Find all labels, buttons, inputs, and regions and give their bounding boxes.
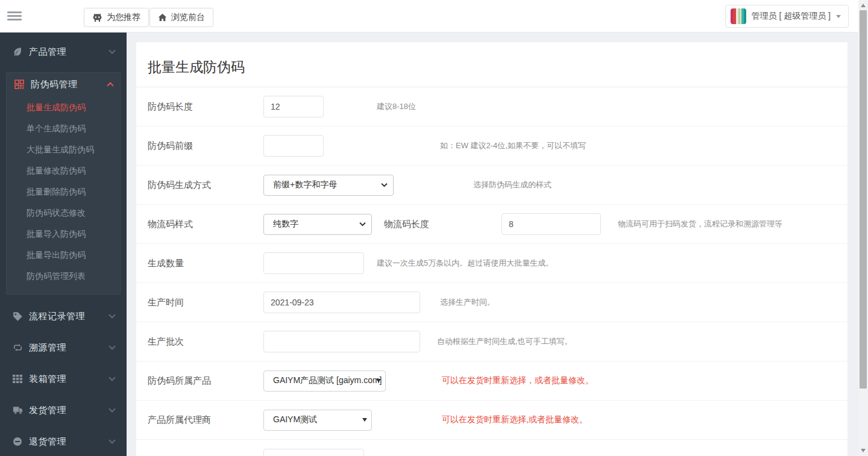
selected-option: GAIYM测试 <box>273 414 317 425</box>
field-label: 生产时间 <box>148 297 263 308</box>
form-row-quantity: 生成数量 建议一次生成5万条以内。超过请使用大批量生成。 <box>136 244 848 283</box>
page-title: 批量生成防伪码 <box>148 58 836 77</box>
submenu-item-status-modify[interactable]: 防伪码状态修改 <box>7 202 120 223</box>
form-row-code-prefix: 防伪码前缀 如：EW 建议2-4位,如果不要，可以不填写 <box>136 126 848 166</box>
field-label: 产品所属代理商 <box>148 414 263 426</box>
form-card: 批量生成防伪码 防伪码长度 建议8-18位 防伪码前缀 如：EW 建议2-4位,… <box>136 42 848 456</box>
chevron-down-icon <box>108 374 115 381</box>
chevron-down-icon <box>108 405 115 412</box>
chevron-down-icon <box>108 311 115 318</box>
production-date-input[interactable] <box>263 292 420 313</box>
form-row-logistics-code: 物流码样式 纯数字 物流码长度 物流码可用于扫码发货，流程记录和溯源管理等 <box>136 205 848 244</box>
card-header: 批量生成防伪码 <box>136 42 848 87</box>
truck-icon <box>12 406 23 414</box>
chevron-up-icon <box>107 82 113 89</box>
chevron-down-icon <box>359 222 366 226</box>
code-prefix-input[interactable] <box>263 135 324 157</box>
sidebar-item-anticounterfeit[interactable]: 防伪码管理 <box>7 73 120 96</box>
sidebar-item-products[interactable]: 产品管理 <box>0 36 127 67</box>
sidebar-item-label: 装箱管理 <box>29 373 110 385</box>
sidebar-item-returns[interactable]: 退货管理 <box>0 426 127 456</box>
field-hint: 如：EW 建议2-4位,如果不要，可以不填写 <box>440 140 586 151</box>
field-hint: 可以在发货时重新选择，或者批量修改。 <box>442 375 594 386</box>
logistics-length-input[interactable] <box>502 213 601 235</box>
submenu-item-single-generate[interactable]: 单个生成防伪码 <box>7 118 120 139</box>
sidebar-item-packing[interactable]: 装箱管理 <box>0 363 127 395</box>
field-hint: 可以在发货时重新选择,或者批量修改。 <box>442 414 588 425</box>
submenu-item-batch-generate[interactable]: 批量生成防伪码 <box>7 97 120 118</box>
scroll-down-arrow-icon[interactable] <box>861 449 866 452</box>
browse-frontend-button[interactable]: 浏览前台 <box>149 8 213 27</box>
selected-option: 前缀+数字和字母 <box>273 180 337 190</box>
scrollbar-thumb[interactable] <box>860 10 867 389</box>
submenu-item-large-batch-generate[interactable]: 大批量生成防伪码 <box>7 139 120 160</box>
field-hint: 建议一次生成5万条以内。超过请使用大批量生成。 <box>377 258 553 269</box>
sidebar-item-traceability[interactable]: 溯源管理 <box>0 332 127 363</box>
octocat-icon <box>92 13 102 22</box>
field-hint: 选择生产时间。 <box>440 297 495 308</box>
top-header: 为您推荐 浏览前台 管理员 [ 超级管理员 ] <box>0 0 868 33</box>
form-row-production-date: 生产时间 选择生产时间。 <box>136 283 848 322</box>
field-hint: 建议8-18位 <box>377 101 416 112</box>
field-label: 防伪码所属产品 <box>148 375 263 387</box>
scroll-up-arrow-icon[interactable] <box>861 4 866 7</box>
field-label: 防伪码前缀 <box>148 140 263 152</box>
code-length-input[interactable] <box>263 96 324 117</box>
field-label: 物流码样式 <box>148 219 263 230</box>
frontend-label: 浏览前台 <box>171 12 205 23</box>
avatar <box>731 8 746 24</box>
field-label: 生成数量 <box>148 258 263 269</box>
chevron-down-icon <box>108 343 115 349</box>
chevron-down-icon <box>381 183 388 187</box>
agent-select[interactable]: GAIYM测试 <box>263 410 372 431</box>
admin-user-menu[interactable]: 管理员 [ 超级管理员 ] <box>725 5 849 28</box>
field-label: 生产批次 <box>148 336 263 348</box>
field-hint: 自动根据生产时间生成,也可手工填写。 <box>437 336 573 347</box>
tag-icon <box>12 311 23 321</box>
generation-style-select[interactable]: 前缀+数字和字母 <box>263 175 394 196</box>
sidebar-item-label: 流程记录管理 <box>29 311 110 322</box>
dropdown-caret-icon <box>376 379 381 383</box>
submenu-item-batch-export[interactable]: 批量导出防伪码 <box>7 245 120 266</box>
submenu-item-batch-delete[interactable]: 批量删除防伪码 <box>7 181 120 202</box>
home-icon <box>158 13 167 22</box>
field-label: 防伪码生成方式 <box>148 180 263 191</box>
sidebar-item-label: 发货管理 <box>29 405 110 416</box>
dropdown-caret-icon <box>362 418 367 422</box>
main-content: 批量生成防伪码 防伪码长度 建议8-18位 防伪码前缀 如：EW 建议2-4位,… <box>127 33 858 456</box>
leaf-icon <box>12 47 23 57</box>
recommend-button[interactable]: 为您推荐 <box>84 8 149 27</box>
selected-option: 纯数字 <box>273 219 298 230</box>
sidebar-item-label: 溯源管理 <box>29 342 110 354</box>
sidebar-group-anticounterfeit: 防伪码管理 批量生成防伪码 单个生成防伪码 大批量生成防伪码 批量修改防伪码 批… <box>6 72 121 295</box>
chevron-down-icon <box>108 47 115 54</box>
sidebar-item-label: 退货管理 <box>29 436 110 448</box>
menu-toggle-icon[interactable] <box>7 11 22 21</box>
form-row-code-length: 防伪码长度 建议8-18位 <box>136 87 848 126</box>
form-row-agent: 产品所属代理商 GAIYM测试 可以在发货时重新选择,或者批量修改。 <box>136 401 848 440</box>
chevron-down-icon <box>836 15 841 18</box>
sidebar-item-process-records[interactable]: 流程记录管理 <box>0 301 127 332</box>
field-label: 物流码长度 <box>384 219 502 230</box>
form-row-partial <box>136 440 848 456</box>
sidebar-item-shipping[interactable]: 发货管理 <box>0 395 127 426</box>
qrcode-icon <box>14 80 25 89</box>
retweet-icon <box>12 343 23 352</box>
production-batch-input[interactable] <box>263 331 420 352</box>
product-select[interactable]: GAIYM产品测试 [gaiym.com] <box>263 370 386 392</box>
field-hint: 选择防伪码生成的样式 <box>473 180 552 190</box>
partial-input[interactable] <box>263 449 364 456</box>
submenu-item-manage-list[interactable]: 防伪码管理列表 <box>7 266 120 287</box>
quantity-input[interactable] <box>263 252 364 274</box>
grid-icon <box>12 375 23 383</box>
sidebar-item-label: 防伪码管理 <box>31 79 108 90</box>
submenu-item-batch-modify[interactable]: 批量修改防伪码 <box>7 160 120 181</box>
sidebar: 产品管理 防伪码管理 批量生成防伪码 单个生成防伪码 大批量生成防 <box>0 33 127 456</box>
sidebar-item-label: 产品管理 <box>29 46 110 58</box>
submenu-item-batch-import[interactable]: 批量导入防伪码 <box>7 223 120 245</box>
form-row-production-batch: 生产批次 自动根据生产时间生成,也可手工填写。 <box>136 322 848 361</box>
chevron-down-icon <box>108 437 115 443</box>
logistics-style-select[interactable]: 纯数字 <box>263 214 372 235</box>
minus-circle-icon <box>12 437 23 446</box>
vertical-scrollbar[interactable] <box>858 0 868 456</box>
